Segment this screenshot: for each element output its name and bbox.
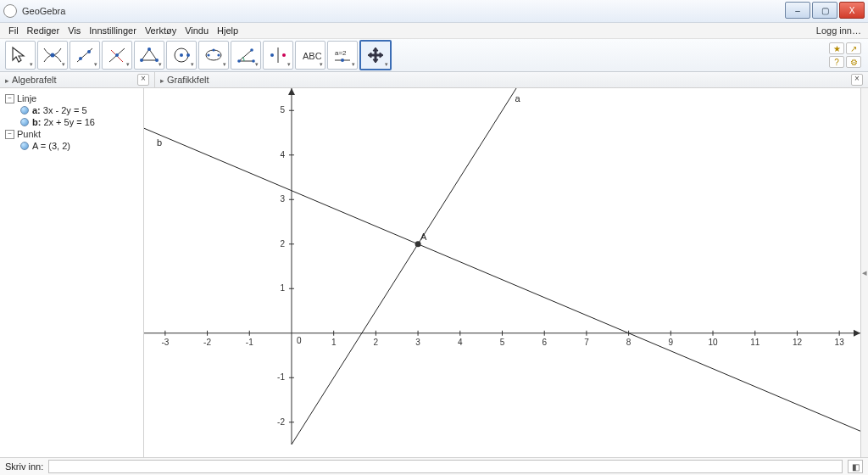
menu-rediger[interactable]: Rediger: [24, 25, 64, 36]
svg-text:13: 13: [835, 338, 845, 347]
algebra-group-punkt[interactable]: −Punkt: [5, 129, 138, 139]
tool-ellipse[interactable]: ▾: [198, 41, 229, 70]
svg-text:1: 1: [331, 338, 337, 347]
app-logo-icon: [3, 4, 17, 18]
expand-icon[interactable]: ▸: [160, 76, 164, 85]
algebra-group-label: Punkt: [17, 129, 41, 139]
svg-line-1: [77, 48, 92, 62]
svg-line-79: [144, 88, 860, 444]
svg-text:5: 5: [500, 338, 505, 347]
algebra-panel-title: Algebrafelt: [12, 75, 57, 85]
input-dropdown-button[interactable]: ◧: [848, 460, 863, 473]
svg-point-23: [282, 53, 286, 57]
algebra-group-linje[interactable]: −Linje: [5, 93, 138, 103]
algebra-group-label: Linje: [17, 93, 36, 103]
svg-point-0: [51, 53, 55, 58]
input-bar: Skriv inn: ◧: [0, 457, 868, 475]
svg-point-15: [207, 53, 209, 56]
svg-text:a: a: [515, 93, 520, 103]
svg-point-2: [79, 57, 82, 60]
menubar: Fil Rediger Vis Innstillinger Verktøy Vi…: [0, 23, 868, 39]
menu-hjelp[interactable]: Hjelp: [214, 25, 242, 36]
menu-verktoy[interactable]: Verktøy: [142, 25, 180, 36]
login-link[interactable]: Logg inn…: [816, 25, 861, 36]
svg-text:4: 4: [458, 338, 463, 347]
svg-point-17: [212, 48, 214, 51]
svg-line-80: [144, 128, 860, 431]
svg-point-18: [237, 59, 241, 63]
toolbar-help-button[interactable]: ?: [829, 56, 844, 68]
menu-fil[interactable]: Fil: [5, 25, 22, 36]
input-field[interactable]: [48, 460, 843, 473]
side-handle[interactable]: ◂: [860, 88, 868, 457]
graphics-panel-title: Grafikkfelt: [167, 75, 209, 85]
toolbar-star-button[interactable]: ★: [829, 42, 844, 54]
algebra-item-a-point[interactable]: A = (3, 2): [20, 141, 138, 151]
svg-text:0: 0: [297, 336, 302, 345]
graphics-panel-close-button[interactable]: ×: [851, 74, 863, 86]
tool-perpendicular[interactable]: ▾: [102, 41, 132, 70]
collapse-icon[interactable]: −: [5, 94, 14, 103]
svg-text:1: 1: [280, 283, 285, 293]
graphics-panel-header: ▸Grafikkfelt ×: [155, 72, 868, 87]
svg-text:-1: -1: [246, 338, 253, 347]
svg-point-3: [87, 50, 91, 53]
algebra-item-a[interactable]: a: 3x - 2y = 5: [20, 105, 138, 115]
svg-text:11: 11: [750, 338, 760, 347]
svg-text:4: 4: [280, 150, 285, 159]
svg-point-83: [415, 241, 421, 247]
visibility-icon[interactable]: [20, 142, 29, 150]
tool-point[interactable]: ▾: [37, 41, 68, 70]
algebra-panel-close-button[interactable]: ×: [137, 74, 149, 86]
tool-move-graphics[interactable]: ▾: [359, 40, 392, 70]
visibility-icon[interactable]: [20, 106, 29, 115]
tool-move[interactable]: ▾: [5, 41, 36, 70]
tool-slider[interactable]: a=2▾: [327, 41, 358, 70]
menu-vindu[interactable]: Vindu: [181, 25, 212, 36]
graphics-view[interactable]: -3-2-1012345678910111213-2-112345abA: [144, 88, 860, 457]
svg-text:10: 10: [708, 338, 718, 347]
svg-point-8: [147, 48, 151, 51]
expand-icon[interactable]: ▸: [5, 76, 9, 85]
svg-text:9: 9: [669, 338, 674, 347]
svg-point-16: [217, 53, 220, 56]
svg-marker-30: [854, 330, 860, 337]
svg-point-27: [341, 59, 344, 62]
svg-text:-3: -3: [161, 338, 169, 347]
svg-text:2: 2: [280, 239, 285, 249]
toolbar-gear-button[interactable]: ⚙: [846, 56, 861, 68]
tool-line[interactable]: ▾: [70, 41, 100, 70]
algebra-panel-header: ▸Algebrafelt ×: [0, 72, 155, 87]
visibility-icon[interactable]: [20, 118, 29, 126]
svg-marker-31: [288, 88, 295, 95]
tool-polygon[interactable]: ▾: [134, 41, 164, 70]
svg-text:ABC: ABC: [303, 51, 321, 61]
toolbar: ▾ ▾ ▾ ▾ ▾ ▾ ▾ ▾ ▾ ABC▾ a=2▾ ▾ ★ ↗ ? ⚙: [0, 39, 868, 72]
titlebar: GeoGebra – ▢ X: [0, 0, 868, 23]
svg-text:7: 7: [584, 338, 589, 347]
svg-text:3: 3: [280, 194, 285, 204]
tool-angle[interactable]: ▾: [231, 41, 261, 70]
svg-point-22: [270, 53, 274, 57]
svg-text:-1: -1: [277, 372, 285, 382]
toolbar-share-button[interactable]: ↗: [846, 42, 861, 54]
menu-innstillinger[interactable]: Innstillinger: [86, 25, 140, 36]
window-close-button[interactable]: X: [839, 2, 865, 19]
tool-circle[interactable]: ▾: [166, 41, 197, 70]
svg-text:-2: -2: [203, 338, 211, 347]
svg-text:6: 6: [542, 338, 547, 347]
tool-reflect[interactable]: ▾: [263, 41, 293, 70]
window-maximize-button[interactable]: ▢: [812, 2, 837, 19]
svg-text:a=2: a=2: [335, 49, 347, 57]
window-minimize-button[interactable]: –: [785, 2, 810, 19]
tool-text[interactable]: ABC▾: [295, 41, 326, 70]
svg-text:8: 8: [626, 338, 632, 347]
algebra-item-b[interactable]: b: 2x + 5y = 16: [20, 117, 138, 127]
collapse-icon[interactable]: −: [5, 130, 14, 139]
svg-point-19: [250, 48, 253, 52]
svg-point-10: [140, 59, 143, 62]
svg-text:A: A: [420, 232, 427, 242]
svg-text:12: 12: [793, 338, 803, 347]
menu-vis[interactable]: Vis: [64, 25, 84, 36]
svg-text:-2: -2: [277, 417, 285, 427]
